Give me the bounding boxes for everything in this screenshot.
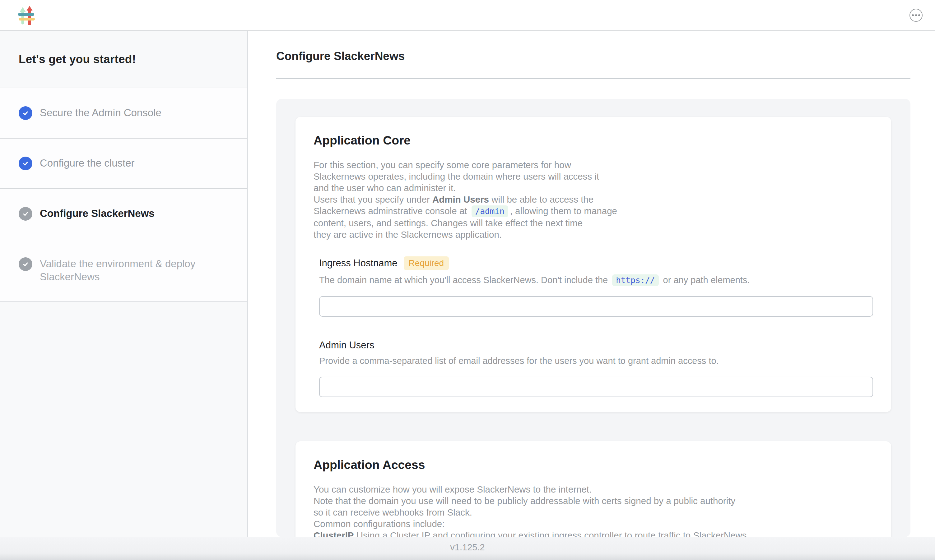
slackernews-logo-icon — [17, 5, 35, 25]
field-label: Admin Users — [319, 340, 374, 351]
check-circle-icon — [19, 157, 32, 170]
main-shell: Let's get you started! Secure the Admin … — [0, 31, 935, 537]
section-description: For this section, you can specify some c… — [313, 159, 873, 240]
sidebar-filler — [0, 302, 247, 537]
check-circle-icon — [19, 106, 32, 120]
field-label-row: Admin Users — [319, 340, 873, 351]
setup-sidebar: Let's get you started! Secure the Admin … — [0, 31, 248, 537]
field-help-text: The domain name at which you'll access S… — [319, 274, 873, 286]
code-chip: https:// — [612, 274, 659, 286]
content-area: Configure SlackerNews Application Core F… — [248, 31, 935, 537]
field-label-row: Ingress Hostname Required — [319, 256, 873, 270]
admin-users-field: Admin Users Provide a comma-separated li… — [313, 340, 873, 397]
sidebar-step-label: Validate the environment & deploy Slacke… — [40, 257, 201, 283]
page-title: Configure SlackerNews — [276, 50, 910, 63]
more-options-button[interactable] — [909, 9, 923, 22]
app-window: Let's get you started! Secure the Admin … — [0, 0, 935, 560]
ingress-hostname-input[interactable] — [319, 296, 873, 317]
sidebar-step-label: Secure the Admin Console — [40, 106, 161, 119]
sidebar-step-label: Configure SlackerNews — [40, 207, 154, 220]
ingress-hostname-field: Ingress Hostname Required The domain nam… — [313, 256, 873, 317]
sidebar-step-label: Configure the cluster — [40, 157, 135, 170]
required-badge: Required — [404, 256, 449, 270]
sidebar-step-validate-deploy[interactable]: Validate the environment & deploy Slacke… — [0, 239, 247, 302]
sidebar-step-configure-slackernews[interactable]: Configure SlackerNews — [0, 189, 247, 239]
check-circle-icon — [19, 207, 32, 221]
sidebar-step-secure-admin-console[interactable]: Secure the Admin Console — [0, 88, 247, 138]
sidebar-step-configure-cluster[interactable]: Configure the cluster — [0, 138, 247, 189]
title-divider — [276, 78, 910, 79]
version-text: v1.125.2 — [450, 542, 484, 552]
config-container: Application Core For this section, you c… — [276, 99, 910, 537]
field-help-text: Provide a comma-separated list of email … — [319, 355, 873, 367]
field-label: Ingress Hostname — [319, 258, 398, 269]
sidebar-title: Let's get you started! — [0, 31, 247, 88]
application-core-card: Application Core For this section, you c… — [296, 117, 891, 412]
application-access-card: Application Access You can customize how… — [296, 441, 891, 537]
code-chip: /admin — [472, 205, 508, 217]
ellipsis-icon — [912, 14, 914, 16]
admin-users-input[interactable] — [319, 377, 873, 397]
section-heading: Application Access — [313, 458, 873, 472]
check-circle-icon — [19, 257, 32, 271]
footer-bar: v1.125.2 — [0, 537, 935, 560]
section-description: You can customize how you will expose Sl… — [313, 483, 873, 537]
section-heading: Application Core — [313, 134, 873, 147]
top-bar — [0, 0, 935, 31]
